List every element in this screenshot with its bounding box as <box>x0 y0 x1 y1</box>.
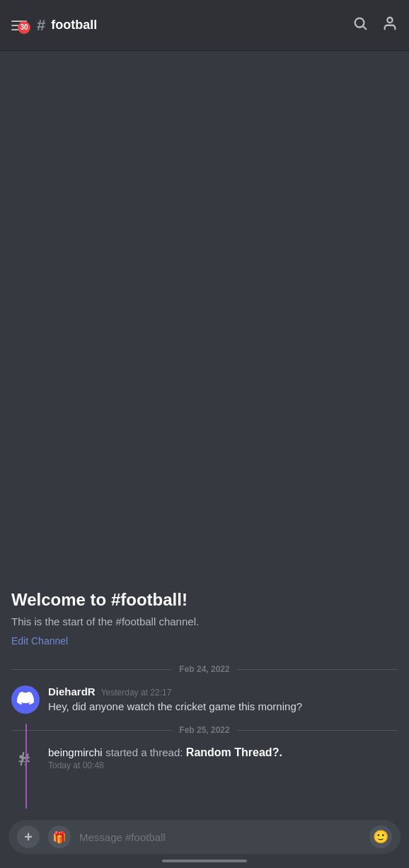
divider-line-left-2 <box>11 730 172 731</box>
date-label-feb24: Feb 24, 2022 <box>179 664 229 674</box>
message-input-area: + 🎁 🙂 <box>8 820 401 854</box>
channel-hash-icon: # <box>37 16 45 35</box>
hamburger-button[interactable]: 30 <box>11 21 27 30</box>
chat-spacer <box>0 51 409 576</box>
date-divider-feb25: Feb 25, 2022 <box>0 719 409 741</box>
profile-icon[interactable] <box>382 16 398 35</box>
edit-channel-link[interactable]: Edit Channel <box>11 635 68 647</box>
emoji-button[interactable]: 🙂 <box>369 826 392 848</box>
header-right <box>352 16 398 35</box>
thread-group: beingmirchi started a thread: Random Thr… <box>0 741 409 780</box>
header: 30 # football <box>0 0 409 51</box>
main-content: Welcome to #football! This is the start … <box>0 51 409 823</box>
welcome-description: This is the start of the #football chann… <box>11 615 398 627</box>
date-label-feb25: Feb 25, 2022 <box>179 725 229 735</box>
search-icon[interactable] <box>352 16 368 35</box>
header-left: 30 # football <box>11 16 352 35</box>
thread-username: beingmirchi <box>48 746 103 758</box>
svg-line-1 <box>363 26 366 29</box>
message-timestamp-1: Yesterday at 22:17 <box>101 688 172 698</box>
channel-name: football <box>51 18 97 33</box>
plus-button[interactable]: + <box>17 826 40 848</box>
notification-badge: 30 <box>18 21 30 34</box>
welcome-section: Welcome to #football! This is the start … <box>0 576 409 659</box>
plus-icon: + <box>24 829 33 845</box>
avatar-discord-icon <box>17 690 34 710</box>
gift-icon: 🎁 <box>52 831 67 844</box>
arrow-vertical-line <box>25 724 27 823</box>
date-divider-feb24: Feb 24, 2022 <box>0 659 409 680</box>
thread-message-line: beingmirchi started a thread: Random Thr… <box>48 746 398 759</box>
divider-line-left <box>11 669 172 670</box>
message-username-1: DiehardR <box>48 685 96 698</box>
avatar-diehardR <box>11 685 40 714</box>
thread-name-text: Random Thread?. <box>186 746 282 758</box>
message-text-1: Hey, did anyone watch the cricket game t… <box>48 699 398 714</box>
gift-button[interactable]: 🎁 <box>48 826 71 848</box>
message-header-1: DiehardR Yesterday at 22:17 <box>48 685 398 698</box>
divider-line-right-2 <box>237 730 398 731</box>
message-content-1: DiehardR Yesterday at 22:17 Hey, did any… <box>48 685 398 714</box>
welcome-title: Welcome to #football! <box>11 590 398 610</box>
svg-point-2 <box>387 18 392 23</box>
thread-action-text: started a thread: <box>105 746 183 758</box>
divider-line-right <box>237 669 398 670</box>
message-group-1: DiehardR Yesterday at 22:17 Hey, did any… <box>0 680 409 719</box>
emoji-icon: 🙂 <box>373 829 388 845</box>
thread-content: beingmirchi started a thread: Random Thr… <box>48 746 398 770</box>
bottom-home-indicator <box>162 860 247 862</box>
thread-timestamp: Today at 00:48 <box>48 760 398 770</box>
message-input[interactable] <box>79 831 361 843</box>
bottom-bar: + 🎁 🙂 <box>0 809 409 868</box>
